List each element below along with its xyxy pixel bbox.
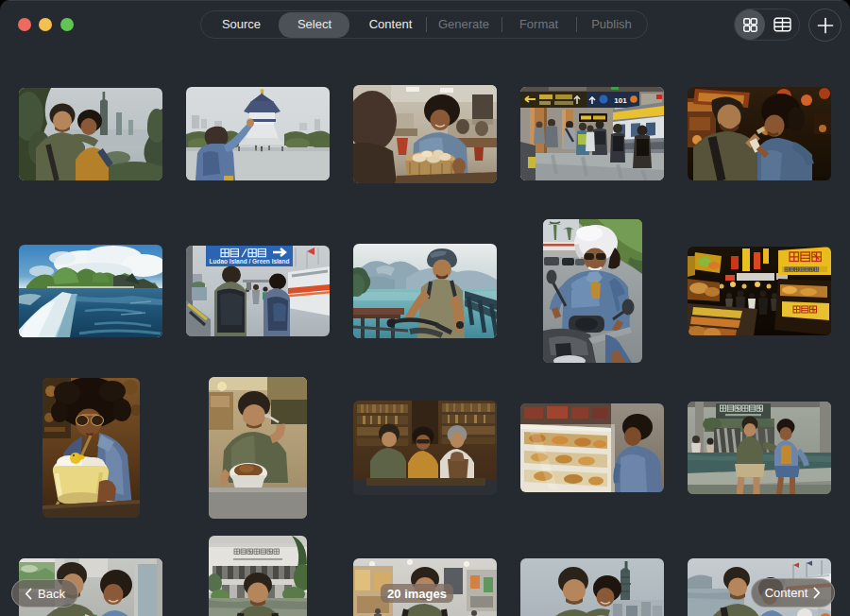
svg-text:Ludao Island / Green Island: Ludao Island / Green Island: [210, 258, 290, 265]
svg-text:101: 101: [614, 96, 627, 105]
